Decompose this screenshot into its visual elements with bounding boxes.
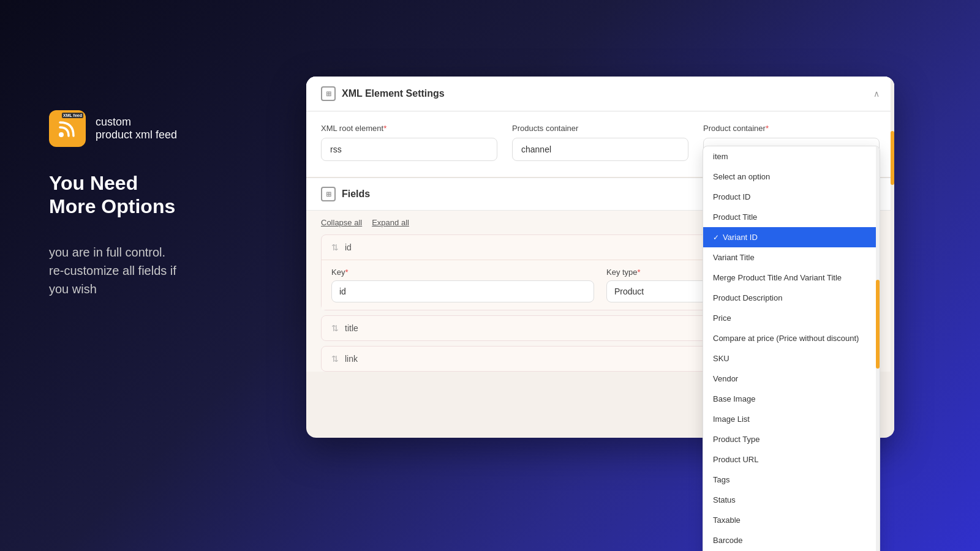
dropdown-item-vendor-label: Vendor: [713, 374, 738, 383]
logo-area: XML feed custom product xml feed: [49, 110, 177, 147]
sort-icon-title: ⇅: [331, 323, 339, 333]
dropdown-item-barcode-label: Barcode: [713, 536, 742, 545]
dropdown-item-status-label: Status: [713, 495, 736, 504]
xml-settings-collapse-icon[interactable]: ∧: [873, 89, 880, 99]
dropdown-item-product-description-label: Product Description: [713, 293, 782, 302]
field-name-title: title: [345, 323, 358, 333]
dropdown-item-image-list-label: Image List: [713, 414, 750, 424]
collapse-all-link[interactable]: Collapse all: [321, 218, 362, 227]
dropdown-item-product-id-label: Product ID: [713, 192, 750, 201]
dropdown-item-product-type-label: Product Type: [713, 435, 760, 444]
sort-icon-id: ⇅: [331, 242, 339, 252]
section-scrollbar[interactable]: [891, 77, 894, 438]
field-key-input[interactable]: [331, 280, 594, 302]
tagline-sub: you are in full control.re-customize all…: [49, 243, 177, 298]
dropdown-item-product-title[interactable]: Product Title: [703, 207, 880, 227]
dropdown-item-product-url-label: Product URL: [713, 455, 758, 464]
dropdown-item-tags-label: Tags: [713, 475, 729, 484]
fields-title: Fields: [342, 189, 370, 200]
sort-icon-link: ⇅: [331, 354, 339, 364]
dropdown-check-icon: ✓: [713, 233, 719, 242]
dropdown-item-compare-price-label: Compare at price (Price without discount…: [713, 334, 859, 343]
dropdown-item-variant-title-label: Variant Title: [713, 253, 755, 262]
dropdown-item-item-label: item: [713, 152, 728, 161]
dropdown-scrollbar[interactable]: [876, 146, 880, 551]
dropdown-item-product-title-label: Product Title: [713, 212, 757, 222]
root-element-group: XML root element*: [321, 124, 497, 162]
section-scrollbar-thumb: [891, 131, 894, 186]
dropdown-scrollbar-thumb: [876, 280, 880, 369]
products-container-group: Products container: [512, 124, 688, 162]
dropdown-item-taxable[interactable]: Taxable: [703, 510, 880, 530]
dropdown-item-sku-label: SKU: [713, 354, 729, 363]
products-container-label: Products container: [512, 124, 688, 133]
field-key-label: Key*: [331, 268, 594, 277]
field-name-link: link: [345, 354, 358, 364]
dropdown-item-item[interactable]: item: [703, 146, 880, 167]
dropdown-item-taxable-label: Taxable: [713, 515, 741, 525]
dropdown-item-merge-title[interactable]: Merge Product Title And Variant Title: [703, 268, 880, 288]
dropdown-item-compare-price[interactable]: Compare at price (Price without discount…: [703, 328, 880, 348]
root-element-input[interactable]: [321, 138, 497, 161]
product-container-label: Product container*: [703, 124, 880, 133]
field-name-id: id: [345, 242, 352, 252]
dropdown-item-image-list[interactable]: Image List: [703, 409, 880, 429]
products-container-input[interactable]: [512, 138, 688, 161]
dropdown-item-merge-title-label: Merge Product Title And Variant Title: [713, 273, 842, 282]
dropdown-item-status[interactable]: Status: [703, 490, 880, 510]
dropdown-item-product-id[interactable]: Product ID: [703, 187, 880, 207]
dropdown-item-base-image[interactable]: Base Image: [703, 389, 880, 409]
key-type-dropdown: item Select an option Product ID Product…: [703, 146, 880, 551]
xml-badge: XML feed: [62, 113, 83, 118]
left-branding: XML feed custom product xml feed You Nee…: [49, 110, 177, 298]
dropdown-item-price-label: Price: [713, 313, 731, 323]
logo-icon: XML feed: [49, 110, 86, 147]
dropdown-item-base-image-label: Base Image: [713, 394, 755, 403]
xml-settings-title: XML Element Settings: [342, 88, 445, 99]
fields-icon: ⊞: [321, 187, 336, 201]
xml-settings-header: ⊞ XML Element Settings ∧: [306, 77, 894, 111]
xml-settings-icon: ⊞: [321, 86, 336, 101]
dropdown-item-vendor[interactable]: Vendor: [703, 369, 880, 389]
dropdown-item-price[interactable]: Price: [703, 308, 880, 328]
dropdown-item-barcode[interactable]: Barcode: [703, 530, 880, 550]
dropdown-item-product-type[interactable]: Product Type: [703, 429, 880, 449]
dropdown-item-product-description[interactable]: Product Description: [703, 288, 880, 308]
dropdown-item-tags[interactable]: Tags: [703, 470, 880, 490]
svg-point-0: [59, 132, 64, 137]
dropdown-item-variant-title[interactable]: Variant Title: [703, 247, 880, 268]
dropdown-item-select-label: Select an option: [713, 172, 770, 181]
expand-all-link[interactable]: Expand all: [372, 218, 409, 227]
dropdown-item-sku[interactable]: SKU: [703, 348, 880, 369]
dropdown-item-variant-id-label: Variant ID: [723, 233, 758, 242]
root-element-label: XML root element*: [321, 124, 497, 133]
fields-title-area: ⊞ Fields: [321, 187, 370, 201]
dropdown-item-variant-id[interactable]: ✓ Variant ID: [703, 227, 880, 247]
field-key-group: Key*: [331, 268, 594, 302]
logo-text: custom product xml feed: [96, 116, 177, 141]
tagline-main: You Need More Options: [49, 171, 177, 219]
xml-settings-title-area: ⊞ XML Element Settings: [321, 86, 445, 101]
dropdown-item-product-url[interactable]: Product URL: [703, 449, 880, 470]
dropdown-item-select-option[interactable]: Select an option: [703, 167, 880, 187]
